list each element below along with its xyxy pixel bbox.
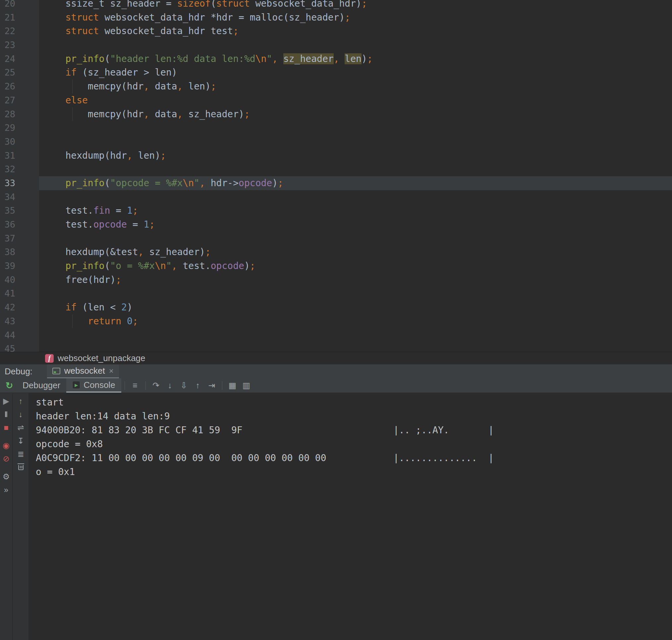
code-line[interactable]: 29 <box>0 121 672 135</box>
code-line[interactable]: 30 <box>0 135 672 149</box>
close-tab-icon[interactable]: × <box>109 367 114 375</box>
print-icon[interactable]: ≣ <box>15 448 27 461</box>
code-line[interactable]: 31 hexdump(hdr, len); <box>0 149 672 163</box>
code-line[interactable]: 37 <box>0 232 672 246</box>
hide-strip-icon[interactable]: » <box>0 484 13 496</box>
step-over-icon[interactable]: ↷ <box>149 378 163 393</box>
line-number[interactable]: 26 <box>0 79 39 93</box>
code-line[interactable]: 44 <box>0 328 672 342</box>
code-text: return 0; <box>39 314 672 328</box>
line-number[interactable]: 43 <box>0 314 39 328</box>
run-to-cursor-icon[interactable]: ⇥ <box>205 378 219 393</box>
code-line[interactable]: 40 free(hdr); <box>0 273 672 287</box>
code-line[interactable]: 24 pr_info("header len:%d data len:%d\n"… <box>0 52 672 66</box>
code-line[interactable]: 22 struct websocket_data_hdr test; <box>0 24 672 38</box>
up-stack-icon[interactable]: ↑ <box>15 395 27 407</box>
pause-icon[interactable]: ‖ <box>0 408 13 421</box>
breadcrumb-function-name[interactable]: websocket_unpackage <box>58 353 145 363</box>
line-number[interactable]: 44 <box>0 328 39 342</box>
line-number[interactable]: 20 <box>0 0 39 11</box>
code-line[interactable]: 35 test.fin = 1; <box>0 204 672 218</box>
line-number[interactable]: 32 <box>0 162 39 176</box>
console-output[interactable]: startheader len:14 data len:994000B20: 8… <box>29 393 672 640</box>
line-number[interactable]: 25 <box>0 66 39 79</box>
hide-panels-icon[interactable]: ▥ <box>240 378 254 393</box>
code-token: ; <box>211 81 216 92</box>
line-number[interactable]: 39 <box>0 259 39 273</box>
restore-layout-icon[interactable]: ▦ <box>226 378 240 393</box>
code-token: "opcode = %#x <box>110 177 183 189</box>
code-text: pr_info("o = %#x\n", test.opcode); <box>39 259 672 273</box>
line-number[interactable]: 23 <box>0 38 39 52</box>
code-token: = <box>110 205 127 216</box>
line-number[interactable]: 31 <box>0 149 39 163</box>
line-number[interactable]: 38 <box>0 245 39 259</box>
tab-console[interactable]: ▶Console <box>66 378 121 393</box>
stop-icon[interactable]: ■ <box>0 421 13 434</box>
line-number[interactable]: 29 <box>0 121 39 135</box>
debug-toolbar-icons: ≡↷↓⇩↑⇥▦▥ <box>121 378 254 393</box>
debug-session-tab-label: websocket <box>64 366 105 376</box>
line-number[interactable]: 34 <box>0 190 39 204</box>
code-text <box>39 38 672 52</box>
line-number[interactable]: 27 <box>0 93 39 107</box>
line-number[interactable]: 22 <box>0 24 39 38</box>
view-breakpoints-icon[interactable]: ◉ <box>0 439 13 452</box>
mute-breakpoints-icon[interactable]: ⊘ <box>0 452 13 465</box>
code-line[interactable]: 33 pr_info("opcode = %#x\n", hdr->opcode… <box>0 176 672 190</box>
clear-console-icon[interactable] <box>15 461 27 474</box>
code-text: test.fin = 1; <box>39 204 672 218</box>
code-line[interactable]: 27 else <box>0 93 672 107</box>
code-line[interactable]: 39 pr_info("o = %#x\n", test.opcode); <box>0 259 672 273</box>
step-into-icon[interactable]: ↓ <box>163 378 177 393</box>
resume-icon[interactable]: ▶ <box>0 395 13 407</box>
line-number[interactable]: 40 <box>0 273 39 287</box>
down-stack-icon[interactable]: ↓ <box>15 408 27 421</box>
scroll-to-end-icon[interactable]: ↧ <box>15 435 27 447</box>
code-line[interactable]: 38 hexdump(&test, sz_header); <box>0 245 672 259</box>
code-line[interactable]: 25 if (sz_header > len) <box>0 66 672 79</box>
line-number[interactable]: 37 <box>0 232 39 246</box>
file-breadcrumb-bar: f websocket_unpackage <box>0 352 672 364</box>
code-line[interactable]: 41 <box>0 287 672 301</box>
code-token: len) <box>132 150 160 161</box>
view-options-icon[interactable]: ≡ <box>128 378 142 393</box>
settings-icon[interactable]: ⚙ <box>0 470 13 483</box>
code-token: , <box>272 53 278 64</box>
separator <box>125 381 125 390</box>
tab-label: Console <box>84 380 115 390</box>
line-number[interactable]: 30 <box>0 135 39 149</box>
rerun-icon[interactable]: ↻ <box>2 380 17 391</box>
code-line[interactable]: 21 struct websocket_data_hdr *hdr = mall… <box>0 11 672 25</box>
code-token: ; <box>205 246 211 257</box>
line-number[interactable]: 36 <box>0 218 39 232</box>
code-line[interactable]: 23 <box>0 38 672 52</box>
tab-debugger[interactable]: Debugger <box>17 378 66 393</box>
line-number[interactable]: 35 <box>0 204 39 218</box>
code-line[interactable]: 36 test.opcode = 1; <box>0 218 672 232</box>
code-line[interactable]: 45 <box>0 342 672 352</box>
line-number[interactable]: 21 <box>0 11 39 25</box>
line-number[interactable]: 45 <box>0 342 39 352</box>
debug-session-tab[interactable]: websocket × <box>47 364 119 378</box>
code-line[interactable]: 20 ssize_t sz_header = sizeof(struct web… <box>0 0 672 11</box>
code-token: hdr-> <box>205 177 239 189</box>
line-number[interactable]: 24 <box>0 52 39 66</box>
line-number[interactable]: 41 <box>0 287 39 301</box>
code-line[interactable]: 43 return 0; <box>0 314 672 328</box>
code-token: struct <box>65 12 99 23</box>
code-line[interactable]: 26 memcpy(hdr, data, len); <box>0 79 672 93</box>
code-line[interactable]: 42 if (len < 2) <box>0 301 672 314</box>
step-out-icon[interactable]: ↑ <box>191 378 205 393</box>
line-number[interactable]: 28 <box>0 107 39 121</box>
code-line[interactable]: 34 <box>0 190 672 204</box>
line-number[interactable]: 42 <box>0 301 39 314</box>
code-line[interactable]: 32 <box>0 162 672 176</box>
line-number[interactable]: 33 <box>0 176 39 190</box>
code-line[interactable]: 28 memcpy(hdr, data, sz_header); <box>0 107 672 121</box>
code-token: , <box>177 108 183 120</box>
soft-wrap-icon[interactable]: ⇌ <box>15 421 27 434</box>
code-token: 1 <box>143 219 149 230</box>
force-step-into-icon[interactable]: ⇩ <box>177 378 191 393</box>
code-text: pr_info("opcode = %#x\n", hdr->opcode); <box>39 176 672 190</box>
